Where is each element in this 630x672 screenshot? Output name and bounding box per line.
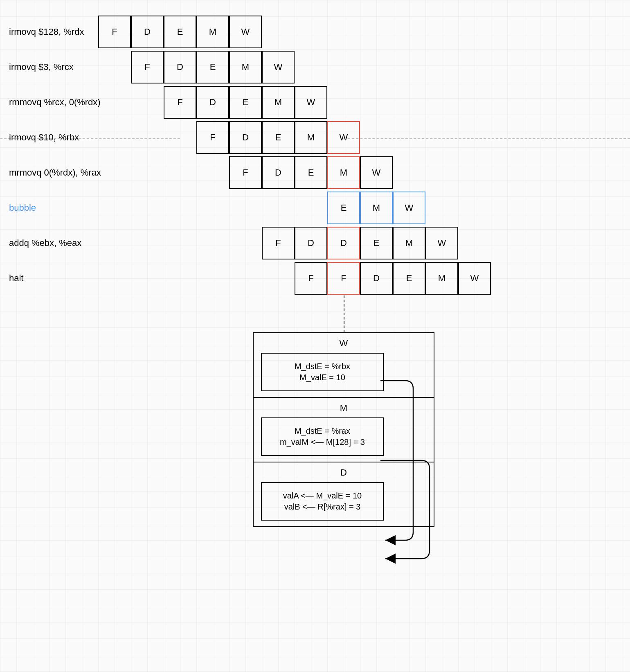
stage-cell: E xyxy=(262,121,295,154)
stage-cell: W xyxy=(229,16,262,48)
stage-cell: D xyxy=(295,227,327,259)
instr-label: rmmovq %rcx, 0(%rdx) xyxy=(0,97,94,108)
stage-cell: E xyxy=(295,156,327,189)
stage-title: M xyxy=(259,403,429,413)
instr-label: irmovq $10, %rbx xyxy=(0,132,94,143)
stage-cell: W xyxy=(425,227,458,259)
stage-title: W xyxy=(259,338,429,349)
stage-section-w: W M_dstE = %rbx M_valE = 10 xyxy=(254,333,434,398)
stage-cell: E xyxy=(393,262,425,295)
instr-label: addq %ebx, %eax xyxy=(0,238,94,248)
stage-cell: W xyxy=(360,156,393,189)
stage-inner-box: M_dstE = %rbx M_valE = 10 xyxy=(261,353,384,391)
stage-cell: E xyxy=(164,16,196,48)
stage-line: m_valM <— M[128] = 3 xyxy=(268,437,376,448)
stage-cell: D xyxy=(196,86,229,119)
instr-label-bubble: bubble xyxy=(0,203,94,213)
stage-cell: M xyxy=(425,262,458,295)
stage-cell: M xyxy=(229,51,262,83)
forwarding-detail-box: W M_dstE = %rbx M_valE = 10 M M_dstE = %… xyxy=(253,332,434,527)
connector-dashed xyxy=(344,295,344,332)
stage-cell: E xyxy=(229,86,262,119)
stage-cell: D xyxy=(262,156,295,189)
stage-cell-highlight: W xyxy=(327,121,360,154)
stage-cell: F xyxy=(229,156,262,189)
stage-cell: W xyxy=(262,51,295,83)
stage-line: valA <— M_valE = 10 xyxy=(268,490,376,501)
stage-cell: E xyxy=(360,227,393,259)
stage-title: D xyxy=(259,467,429,478)
stage-cell: W xyxy=(458,262,491,295)
stage-cell-bubble: W xyxy=(393,192,425,224)
stage-cell: F xyxy=(295,262,327,295)
stage-line: M_dstE = %rax xyxy=(268,426,376,437)
instr-label: mrmovq 0(%rdx), %rax xyxy=(0,167,94,178)
stage-cell-bubble: M xyxy=(360,192,393,224)
stage-cell: D xyxy=(131,16,164,48)
stage-cell: F xyxy=(98,16,131,48)
stage-cell: F xyxy=(164,86,196,119)
divider-dashed xyxy=(344,138,630,139)
stage-cell: W xyxy=(295,86,327,119)
stage-cell: D xyxy=(229,121,262,154)
stage-cell: F xyxy=(262,227,295,259)
instr-label: irmovq $3, %rcx xyxy=(0,62,94,72)
stage-cell: M xyxy=(196,16,229,48)
instr-label: halt xyxy=(0,273,94,284)
stage-line: valB <— R[%rax] = 3 xyxy=(268,501,376,512)
stage-cell: M xyxy=(262,86,295,119)
stage-cell: F xyxy=(131,51,164,83)
stage-cell: M xyxy=(295,121,327,154)
stage-cell-highlight: D xyxy=(327,227,360,259)
stage-line: M_valE = 10 xyxy=(268,372,376,383)
stage-cell: D xyxy=(164,51,196,83)
stage-section-m: M M_dstE = %rax m_valM <— M[128] = 3 xyxy=(254,398,434,462)
stage-cell: M xyxy=(393,227,425,259)
stage-cell: E xyxy=(196,51,229,83)
stage-cell: F xyxy=(196,121,229,154)
stage-cell-highlight: F xyxy=(327,262,360,295)
instr-label: irmovq $128, %rdx xyxy=(0,27,94,37)
stage-cell: D xyxy=(360,262,393,295)
stage-inner-box: valA <— M_valE = 10 valB <— R[%rax] = 3 xyxy=(261,482,384,521)
stage-inner-box: M_dstE = %rax m_valM <— M[128] = 3 xyxy=(261,417,384,456)
stage-line: M_dstE = %rbx xyxy=(268,361,376,372)
stage-cell-bubble: E xyxy=(327,192,360,224)
stage-section-d: D valA <— M_valE = 10 valB <— R[%rax] = … xyxy=(254,462,434,526)
stage-cell-highlight: M xyxy=(327,156,360,189)
